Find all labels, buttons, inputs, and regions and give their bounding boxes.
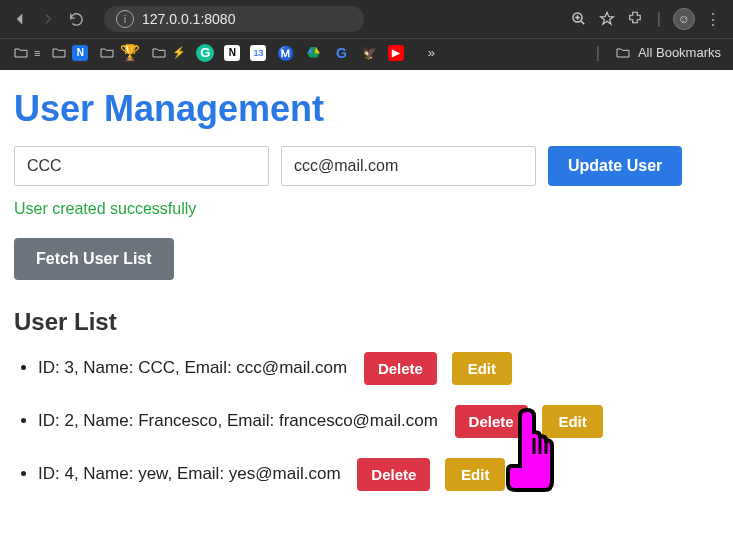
browser-chrome: i 127.0.0.1:8080 | ☺ ⋮ ≡ N 🏆 ⚡ G N 13 Ⓜ️…: [0, 0, 733, 70]
page-content: User Management Update User User created…: [0, 70, 733, 529]
nav-bar: i 127.0.0.1:8080 | ☺ ⋮: [0, 0, 733, 38]
all-bookmarks-label: All Bookmarks: [638, 45, 721, 60]
address-bar[interactable]: i 127.0.0.1:8080: [104, 6, 364, 32]
user-text: ID: 3, Name: CCC, Email: ccc@mail.com: [38, 358, 347, 377]
all-bookmarks-button[interactable]: All Bookmarks: [614, 44, 721, 62]
user-form: Update User: [14, 146, 719, 186]
delete-button[interactable]: Delete: [455, 405, 528, 438]
email-input[interactable]: [281, 146, 536, 186]
bookmark-calendar-icon[interactable]: 13: [250, 45, 266, 61]
zoom-icon[interactable]: [569, 9, 589, 29]
bookmark-notion-icon[interactable]: N: [224, 45, 240, 61]
bookmark-folder-1[interactable]: ≡: [12, 44, 40, 62]
bookmark-item-icon[interactable]: 🦅: [360, 44, 378, 62]
user-list-item: ID: 2, Name: Francesco, Email: francesco…: [38, 405, 719, 438]
bookmarks-overflow-icon[interactable]: »: [422, 44, 440, 62]
user-list-title: User List: [14, 308, 719, 336]
user-list-item: ID: 3, Name: CCC, Email: ccc@mail.com De…: [38, 352, 719, 385]
bookmark-gmail-icon[interactable]: Ⓜ️: [276, 44, 294, 62]
user-text: ID: 4, Name: yew, Email: yes@mail.com: [38, 464, 341, 483]
url-text: 127.0.0.1:8080: [142, 11, 235, 27]
reload-icon[interactable]: [66, 9, 86, 29]
bookmark-grammarly-icon[interactable]: G: [196, 44, 214, 62]
extensions-icon[interactable]: [625, 9, 645, 29]
separator: |: [657, 10, 661, 28]
bookmarks-bar: ≡ N 🏆 ⚡ G N 13 Ⓜ️ G 🦅 ▶ » | All Bookmark…: [0, 38, 733, 70]
edit-button[interactable]: Edit: [542, 405, 602, 438]
name-input[interactable]: [14, 146, 269, 186]
avatar-icon[interactable]: ☺: [673, 8, 695, 30]
site-info-icon[interactable]: i: [116, 10, 134, 28]
star-icon[interactable]: [597, 9, 617, 29]
page-title: User Management: [14, 88, 719, 130]
bookmark-drive-icon[interactable]: [304, 44, 322, 62]
delete-button[interactable]: Delete: [357, 458, 430, 491]
user-list: ID: 3, Name: CCC, Email: ccc@mail.com De…: [14, 352, 719, 491]
edit-button[interactable]: Edit: [452, 352, 512, 385]
forward-icon[interactable]: [38, 9, 58, 29]
menu-icon[interactable]: ⋮: [703, 9, 723, 29]
update-user-button[interactable]: Update User: [548, 146, 682, 186]
bookmark-youtube-icon[interactable]: ▶: [388, 45, 404, 61]
user-list-item: ID: 4, Name: yew, Email: yes@mail.com De…: [38, 458, 719, 491]
back-icon[interactable]: [10, 9, 30, 29]
bookmark-google-icon[interactable]: G: [332, 44, 350, 62]
delete-button[interactable]: Delete: [364, 352, 437, 385]
fetch-users-button[interactable]: Fetch User List: [14, 238, 174, 280]
status-message: User created successfully: [14, 200, 719, 218]
separator: |: [596, 44, 600, 62]
bookmark-folder-4[interactable]: ⚡: [150, 44, 186, 62]
bookmark-folder-2[interactable]: N: [50, 44, 88, 62]
user-text: ID: 2, Name: Francesco, Email: francesco…: [38, 411, 438, 430]
edit-button[interactable]: Edit: [445, 458, 505, 491]
bookmark-folder-3[interactable]: 🏆: [98, 43, 140, 62]
